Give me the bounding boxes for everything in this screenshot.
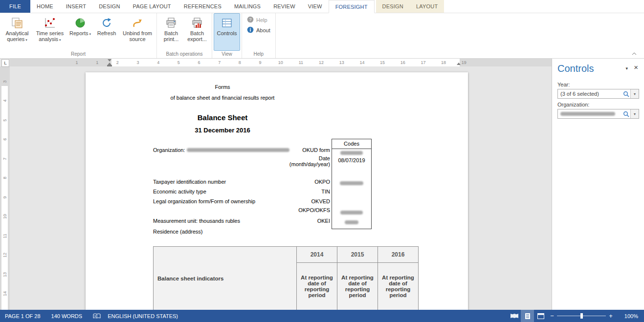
code-label-date: Date (month/day/year): [287, 155, 330, 167]
controls-pane: Controls ▾ × Year: (3 of 6 selected) ▾ O…: [552, 59, 644, 310]
tab-review[interactable]: REVIEW: [267, 0, 302, 13]
controls-pane-title: Controls: [557, 63, 594, 74]
ruler-number: 16: [400, 60, 406, 65]
batch-print-icon: [165, 16, 178, 30]
ruler-number: 1: [94, 60, 101, 65]
zoom-slider-thumb[interactable]: [580, 313, 583, 319]
legal-form-label: Legal organization form/Form of ownershi…: [153, 198, 255, 204]
analytical-queries-icon: [11, 16, 23, 30]
word-count[interactable]: 140 WORDS: [51, 313, 83, 319]
refresh-label: Refresh: [97, 30, 116, 36]
form-row-measurement-unit: Measurement unit: thousands rubles: [153, 218, 240, 224]
subheader-2015: At reporting date of reporting period: [337, 263, 378, 310]
tab-page-layout[interactable]: PAGE LAYOUT: [127, 0, 178, 13]
organization-label: Organization:: [153, 147, 185, 153]
tab-design-contextual[interactable]: DESIGN: [376, 0, 410, 13]
pane-collapse-icon[interactable]: ▾: [625, 66, 628, 71]
ruler-number: 10: [2, 214, 7, 219]
tab-layout-contextual[interactable]: LAYOUT: [410, 0, 444, 13]
year-header-2015: 2015: [337, 247, 378, 263]
about-button[interactable]: About: [244, 25, 273, 35]
ruler-number: 18: [440, 60, 447, 65]
refresh-button[interactable]: Refresh: [93, 13, 120, 51]
ruler-number: 14: [2, 291, 7, 296]
year-header-2014: 2014: [297, 247, 337, 263]
tab-mailings[interactable]: MAILINGS: [228, 0, 267, 13]
tab-references[interactable]: REFERENCES: [178, 0, 228, 13]
batch-print-button[interactable]: Batch print...: [158, 13, 184, 51]
indicators-header-cell: Balance sheet indicators: [154, 247, 297, 310]
tab-view[interactable]: VIEW: [302, 0, 329, 13]
proofing-status-icon[interactable]: [93, 313, 101, 319]
measurement-unit-label: Measurement unit: thousands rubles: [153, 218, 240, 224]
batch-export-button[interactable]: Batch export...: [184, 13, 210, 51]
time-series-analysis-button[interactable]: Time series analysis▾: [33, 13, 67, 51]
codes-header: Codes: [332, 139, 371, 149]
language-indicator[interactable]: ENGLISH (UNITED STATES): [108, 313, 178, 319]
controls-toggle-button[interactable]: Controls: [214, 13, 240, 51]
ruler-number: 8: [236, 60, 243, 65]
zoom-in-button[interactable]: +: [606, 310, 616, 322]
tab-design[interactable]: DESIGN: [92, 0, 126, 13]
analytical-queries-button[interactable]: Analytical queries▾: [1, 13, 33, 51]
group-label-report: Report: [1, 51, 155, 58]
ruler-number: 17: [420, 60, 426, 65]
right-indent-marker[interactable]: [457, 63, 461, 65]
date-value: 08/07/2019: [332, 157, 371, 163]
tab-insert[interactable]: INSERT: [60, 0, 92, 13]
contextual-tab-group: DESIGN LAYOUT: [376, 0, 444, 13]
document-page[interactable]: Forms of balance sheet and financial res…: [86, 72, 468, 310]
ruler-number: 5: [175, 60, 182, 65]
search-icon[interactable]: [622, 91, 630, 97]
subheader-2016: At reporting date of reporting period: [378, 263, 419, 310]
horizontal-ruler[interactable]: 112345678910111213141516171819: [10, 59, 552, 66]
print-layout-button[interactable]: [521, 310, 534, 322]
about-icon: [247, 26, 254, 34]
document-area[interactable]: Forms of balance sheet and financial res…: [10, 66, 552, 310]
organization-dropdown-button[interactable]: ▾: [630, 109, 639, 118]
organization-combobox[interactable]: ▾: [557, 109, 639, 119]
unbind-icon: [132, 16, 143, 30]
web-layout-button[interactable]: [534, 310, 547, 322]
group-label-view: View: [214, 51, 240, 58]
tab-home[interactable]: HOME: [30, 0, 60, 13]
view-switcher: [508, 310, 547, 322]
zoom-level[interactable]: 100%: [616, 313, 644, 319]
chevron-up-icon: [632, 52, 637, 55]
vertical-ruler[interactable]: 34567891011121314: [0, 66, 10, 310]
help-button[interactable]: ? Help: [244, 15, 273, 25]
year-combobox[interactable]: (3 of 6 selected) ▾: [557, 89, 639, 99]
word-window: FILE HOME INSERT DESIGN PAGE LAYOUT REFE…: [0, 0, 644, 322]
read-mode-button[interactable]: [508, 310, 521, 322]
ruler-number: 14: [358, 60, 365, 65]
unbind-from-source-button[interactable]: Unbind from source: [120, 13, 155, 51]
ruler-number: 10: [277, 60, 284, 65]
code-label-tin: TIN: [271, 189, 330, 194]
ruler-number: 13: [338, 60, 345, 65]
ruler-number: 2: [114, 60, 121, 65]
document-title: Balance Sheet: [153, 113, 292, 122]
first-line-indent-marker[interactable]: [108, 59, 111, 62]
batch-group-buttons: Batch print... Batch export...: [158, 13, 210, 51]
year-dropdown-button[interactable]: ▾: [630, 89, 639, 98]
print-layout-icon: [525, 313, 531, 320]
ruler-number: 15: [379, 60, 386, 65]
redacted-okei-code: [345, 220, 358, 224]
tab-foresight[interactable]: FORESIGHT: [329, 0, 375, 13]
zoom-slider[interactable]: [557, 310, 606, 322]
page-indicator[interactable]: PAGE 1 OF 28: [5, 313, 41, 319]
collapse-ribbon-button[interactable]: [630, 51, 638, 57]
zoom-out-button[interactable]: −: [547, 310, 557, 322]
batch-export-icon: [191, 16, 203, 30]
reports-button[interactable]: Reports▾: [67, 13, 93, 51]
tab-stop-selector[interactable]: L: [1, 59, 9, 67]
ruler-number: 6: [2, 138, 7, 141]
vertical-ruler-numbers: 34567891011121314: [0, 79, 10, 296]
codes-table: Codes 08/07/2019: [332, 139, 372, 229]
pane-close-button[interactable]: ×: [634, 64, 638, 71]
tab-file[interactable]: FILE: [0, 0, 30, 13]
year-label: Year:: [557, 82, 570, 87]
balance-sheet-table: Balance sheet indicators 2014 2015 2016 …: [153, 246, 419, 310]
view-group-buttons: Controls: [214, 13, 240, 51]
search-icon[interactable]: [622, 111, 630, 117]
